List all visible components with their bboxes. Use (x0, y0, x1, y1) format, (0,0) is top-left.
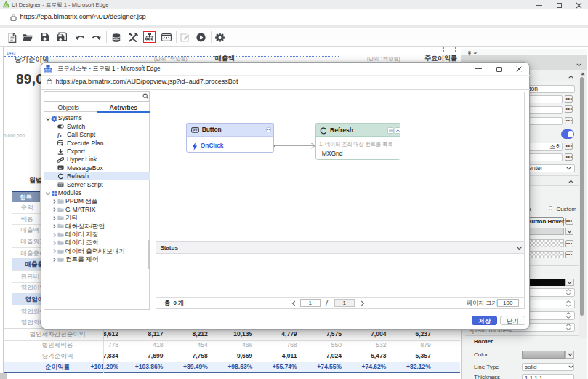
svg-text:fx: fx (57, 132, 62, 138)
